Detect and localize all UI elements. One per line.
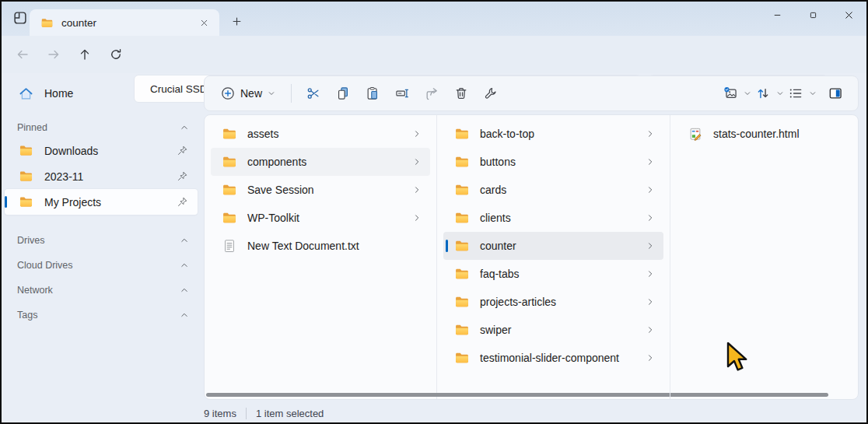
file-row[interactable]: assets (211, 120, 430, 148)
file-icon (454, 126, 470, 142)
sidebar-pinned-item[interactable]: Downloads (5, 138, 198, 163)
list-view-icon (788, 86, 803, 101)
items-count: 9 items (204, 408, 236, 419)
pin-icon[interactable] (177, 170, 188, 182)
file-row[interactable]: cards (443, 176, 663, 204)
file-row[interactable]: components (211, 148, 430, 176)
copy-button[interactable] (328, 80, 358, 107)
chevron-up-icon (179, 310, 190, 321)
tools-button[interactable] (476, 80, 506, 107)
toolbar-divider (291, 84, 292, 103)
close-button[interactable] (831, 2, 866, 28)
file-row[interactable]: New Text Document.txt (211, 232, 430, 260)
sidebar-section[interactable]: Drives (2, 228, 201, 253)
new-button[interactable]: New (212, 80, 284, 107)
file-row[interactable]: testimonial-slider-component (443, 344, 663, 372)
file-row[interactable]: buttons (443, 148, 663, 176)
chevron-right-icon[interactable] (645, 156, 656, 167)
file-row[interactable]: WP-Toolkit (211, 204, 430, 232)
tab-counter[interactable]: counter (30, 9, 219, 36)
chevron-right-icon[interactable] (645, 324, 656, 335)
column-3: stats-counter.html (670, 115, 859, 390)
file-icon (454, 238, 470, 254)
pin-icon[interactable] (177, 196, 188, 208)
sidebar-pinned-item[interactable]: My Projects (5, 189, 198, 215)
file-row[interactable]: stats-counter.html (677, 120, 853, 148)
chevron-right-icon[interactable] (645, 296, 656, 307)
file-name: Save Session (247, 184, 401, 196)
thumbnail-options-button[interactable] (723, 80, 752, 107)
sidebar-toggle-icon[interactable] (9, 8, 31, 30)
cut-button[interactable] (299, 80, 328, 107)
folder-icon (19, 169, 33, 184)
paste-icon (365, 86, 380, 101)
chevron-right-icon[interactable] (645, 128, 656, 139)
paste-button[interactable] (358, 80, 387, 107)
sidebar-item-label: Downloads (44, 145, 98, 157)
file-row[interactable]: swiper (443, 316, 663, 344)
home-icon (19, 86, 33, 101)
file-name: New Text Document.txt (247, 240, 401, 252)
share-button[interactable] (417, 80, 446, 107)
refresh-button[interactable] (103, 42, 128, 67)
file-row[interactable]: Save Session (211, 176, 430, 204)
toolbar-view-group (723, 80, 850, 107)
tab-close-icon[interactable] (194, 13, 213, 32)
minimize-button[interactable] (759, 2, 795, 28)
sidebar-pinned-item[interactable]: 2023-11 (5, 163, 198, 189)
file-icon (454, 266, 470, 282)
sidebar-section-label: Network (17, 285, 53, 296)
sidebar-section[interactable]: Tags (2, 303, 201, 328)
forward-button[interactable] (41, 42, 66, 67)
chevron-right-icon[interactable] (645, 240, 656, 251)
chevron-right-icon[interactable] (645, 184, 656, 195)
chevron-right-icon[interactable] (645, 212, 656, 223)
sidebar-sections: Drives Cloud Drives Network Tags (2, 228, 201, 328)
plus-circle-icon (220, 86, 236, 101)
up-button[interactable] (72, 42, 97, 67)
back-button[interactable] (10, 42, 35, 67)
file-icon (454, 350, 470, 366)
file-row[interactable]: counter (443, 232, 663, 260)
horizontal-scrollbar[interactable] (206, 393, 828, 397)
file-row[interactable]: projects-articles (443, 288, 663, 316)
preview-pane-toggle[interactable] (821, 80, 850, 107)
image-check-icon (723, 86, 738, 101)
window-frame: counter Crucial SSD (J:)My Projectscompo… (0, 0, 868, 424)
chevron-right-icon[interactable] (411, 212, 422, 223)
sidebar-section-label: Cloud Drives (17, 260, 73, 271)
delete-button[interactable] (446, 80, 476, 107)
folder-icon (19, 194, 33, 209)
new-button-label: New (240, 87, 262, 100)
file-name: stats-counter.html (713, 128, 824, 140)
sidebar-item-home[interactable]: Home (5, 80, 198, 107)
chevron-right-icon[interactable] (411, 156, 422, 167)
sidebar-section[interactable]: Network (2, 278, 201, 303)
chevron-right-icon[interactable] (645, 352, 656, 363)
file-row[interactable]: back-to-top (443, 120, 663, 148)
home-label: Home (44, 87, 73, 100)
sidebar-section-pinned[interactable]: Pinned (2, 117, 201, 138)
file-icon (222, 210, 237, 226)
sort-button[interactable] (755, 80, 785, 107)
navigation-bar: Crucial SSD (J:)My Projectscomponents Se… (2, 36, 866, 73)
sidebar-section-label: Tags (17, 310, 37, 321)
file-row[interactable]: clients (443, 204, 663, 232)
sidebar-section[interactable]: Cloud Drives (2, 253, 201, 278)
file-name: faq-tabs (480, 268, 635, 280)
pin-icon[interactable] (177, 145, 188, 156)
chevron-up-icon (179, 285, 190, 296)
chevron-down-icon (743, 89, 752, 98)
folder-icon (19, 143, 33, 158)
file-name: buttons (480, 156, 635, 168)
file-row[interactable]: faq-tabs (443, 260, 663, 288)
layout-view-button[interactable] (788, 80, 817, 107)
maximize-button[interactable] (795, 2, 831, 28)
chevron-right-icon[interactable] (645, 268, 656, 279)
new-tab-button[interactable] (226, 12, 247, 33)
file-name: assets (247, 128, 401, 140)
rename-button[interactable] (387, 80, 417, 107)
file-name: cards (480, 184, 635, 196)
chevron-right-icon[interactable] (411, 184, 422, 195)
chevron-right-icon[interactable] (411, 128, 422, 139)
